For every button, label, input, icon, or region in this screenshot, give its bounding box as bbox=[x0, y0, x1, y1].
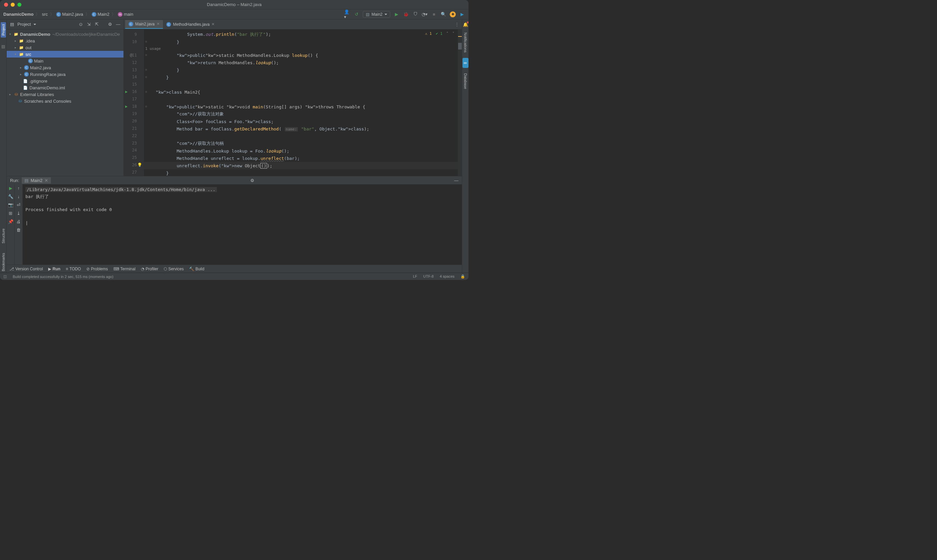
project-view-icon[interactable]: ▤ bbox=[9, 22, 15, 27]
next-highlight-icon[interactable]: ˅ bbox=[452, 31, 454, 36]
breadcrumb-src[interactable]: src bbox=[42, 12, 48, 17]
prev-highlight-icon[interactable]: ˄ bbox=[446, 31, 448, 36]
status-indent[interactable]: 4 spaces bbox=[440, 274, 454, 278]
minimize-window-button[interactable] bbox=[11, 3, 15, 7]
statusbar-toggle-icon[interactable]: ◫ bbox=[3, 274, 7, 278]
run-panel-settings-icon[interactable]: ⚙ bbox=[250, 178, 254, 183]
soft-wrap-icon[interactable]: ⏎ bbox=[17, 202, 20, 208]
navbar-actions: 👤▾ ↺ ▤Main2 ▶ 🐞 ⛉ ◔▾ ■ 🔍 ✦ ▶ bbox=[344, 11, 465, 18]
warning-icon[interactable]: ⚠ 1 bbox=[425, 31, 432, 36]
bookmarks-tool-tab[interactable]: Bookmarks bbox=[2, 252, 5, 272]
run-panel-header: Run: ▤Main2✕ ⚙ — bbox=[7, 176, 462, 184]
tree-item-main2[interactable]: ▸C Main2.java bbox=[7, 64, 123, 71]
expand-all-icon[interactable]: ⇲ bbox=[86, 22, 91, 27]
status-encoding[interactable]: UTF-8 bbox=[423, 274, 434, 278]
breadcrumb-class[interactable]: CMain2 bbox=[92, 12, 109, 17]
collapse-all-icon[interactable]: ⇱ bbox=[94, 22, 99, 27]
up-stack-icon[interactable]: ↑ bbox=[17, 186, 20, 191]
database-tool-tab[interactable]: Database bbox=[463, 72, 468, 90]
run-panel-body: ▶ 🔧 📷 ⊞ 📌 ↑ ↓ ⏎ ⤓ 🖨 🗑 /Library/Java/Java… bbox=[7, 184, 462, 265]
settings-icon[interactable]: ⚙ bbox=[108, 22, 113, 27]
tree-item-src[interactable]: ▾📁src bbox=[7, 51, 123, 57]
profiler-tab[interactable]: ◔Profiler bbox=[141, 267, 158, 271]
sync-icon[interactable]: ↺ bbox=[353, 11, 359, 17]
breadcrumb-method[interactable]: mmain bbox=[118, 12, 133, 17]
editor-gutter[interactable]: 910⊟11@⊟1213⊟14⊟1516▶⊟1718▶⊟192021222324… bbox=[124, 29, 144, 176]
tree-item-iml[interactable]: 📄DanamicDemo.iml bbox=[7, 84, 123, 91]
editor-scrollbar-map[interactable] bbox=[458, 29, 462, 176]
run-panel-config[interactable]: ▤Main2✕ bbox=[22, 177, 51, 184]
tree-item-runningrace[interactable]: ▸C RunningRace.java bbox=[7, 71, 123, 78]
tree-root-path: ~/Downloads/code/jike/DanamicDe bbox=[52, 32, 120, 37]
print-icon[interactable]: 🖨 bbox=[16, 219, 21, 224]
close-tab-icon[interactable]: ✕ bbox=[211, 22, 214, 26]
code-area[interactable]: ⚠ 1 ✔ 1 ˄ ˅ System.out.println("bar 执行了"… bbox=[144, 29, 458, 176]
scroll-end-icon[interactable]: ⤓ bbox=[17, 211, 20, 216]
tree-external-libs[interactable]: ▸⛁External Libraries bbox=[7, 91, 123, 98]
clear-icon[interactable]: 🗑 bbox=[16, 228, 21, 232]
run-tab[interactable]: ▶Run bbox=[48, 267, 60, 271]
todo-tab[interactable]: ≡TODO bbox=[66, 267, 81, 271]
coverage-button[interactable]: ⛉ bbox=[412, 11, 418, 17]
select-opened-file-icon[interactable]: ⊙ bbox=[78, 22, 83, 27]
ok-icon[interactable]: ✔ 1 bbox=[436, 31, 442, 36]
run-panel: Run: ▤Main2✕ ⚙ — ▶ 🔧 📷 ⊞ 📌 ↑ ↓ ⏎ ⤓ bbox=[7, 176, 462, 265]
editor-pane: CMain2.java✕ CMethodHandles.java✕ ⋮ 910⊟… bbox=[124, 19, 462, 176]
ide-update-icon[interactable]: ✦ bbox=[450, 11, 456, 17]
close-window-button[interactable] bbox=[4, 3, 8, 7]
status-lf[interactable]: LF bbox=[413, 274, 417, 278]
project-tool-tab[interactable]: Project bbox=[1, 22, 6, 37]
run-panel-label: Run: bbox=[10, 178, 19, 183]
tree-root[interactable]: ▾📁 DanamicDemo ~/Downloads/code/jike/Dan… bbox=[7, 31, 123, 37]
project-tree[interactable]: ▾📁 DanamicDemo ~/Downloads/code/jike/Dan… bbox=[7, 29, 123, 176]
run-toolbar-primary: ▶ 🔧 📷 ⊞ 📌 bbox=[7, 184, 15, 265]
services-tab[interactable]: ⬡Services bbox=[164, 267, 184, 271]
tree-item-out[interactable]: ▸📁out bbox=[7, 44, 123, 51]
jetbrains-services-icon[interactable]: ▶ bbox=[459, 11, 465, 17]
tree-item-gitignore[interactable]: 📄.gitignore bbox=[7, 78, 123, 84]
editor-overflow-icon[interactable]: ⋮ bbox=[455, 22, 459, 27]
maximize-window-button[interactable] bbox=[17, 3, 22, 7]
breadcrumb-project[interactable]: DanamicDemo bbox=[3, 12, 34, 17]
modify-run-config-icon[interactable]: 🔧 bbox=[8, 194, 13, 199]
editor-tab-methodhandles[interactable]: CMethodHandles.java✕ bbox=[163, 20, 218, 29]
inspection-summary[interactable]: ⚠ 1 ✔ 1 ˄ ˅ bbox=[425, 31, 454, 36]
rerun-icon[interactable]: ▶ bbox=[9, 186, 12, 191]
tree-item-idea[interactable]: ▸📁.idea bbox=[7, 37, 123, 44]
project-view-selector[interactable]: Project bbox=[17, 22, 75, 27]
structure-tool-tab[interactable]: Structure bbox=[2, 227, 5, 245]
add-user-icon[interactable]: 👤▾ bbox=[344, 11, 350, 17]
notifications-tool-tab[interactable]: Notifications bbox=[463, 31, 468, 54]
run-console[interactable]: /Library/Java/JavaVirtualMachines/jdk-1.… bbox=[23, 184, 462, 265]
search-icon[interactable]: 🔍 bbox=[440, 11, 446, 17]
window-title: DanamicDemo – Main2.java bbox=[0, 2, 469, 7]
toolwindow-collapse-icon[interactable]: ▤ bbox=[2, 44, 5, 49]
editor-tab-main2[interactable]: CMain2.java✕ bbox=[125, 20, 163, 29]
debug-button[interactable]: 🐞 bbox=[403, 11, 409, 17]
hide-panel-icon[interactable]: — bbox=[115, 22, 121, 27]
status-readonly-icon[interactable]: 🔒 bbox=[460, 274, 465, 278]
editor-tabs: CMain2.java✕ CMethodHandles.java✕ ⋮ bbox=[124, 19, 462, 29]
terminal-tab[interactable]: ⌨Terminal bbox=[114, 267, 135, 271]
layout-icon[interactable]: ⊞ bbox=[9, 211, 12, 216]
problems-tab[interactable]: ⊘Problems bbox=[86, 267, 108, 271]
stop-button[interactable]: ■ bbox=[431, 11, 437, 17]
run-config-selector[interactable]: ▤Main2 bbox=[363, 11, 390, 18]
close-tab-icon[interactable]: ✕ bbox=[157, 22, 160, 26]
vcs-tab[interactable]: ⎇Version Control bbox=[9, 267, 43, 271]
tree-scratches[interactable]: ⛁Scratches and Consoles bbox=[7, 98, 123, 105]
notifications-bell-icon[interactable]: 🔔 bbox=[463, 22, 468, 27]
titlebar: DanamicDemo – Main2.java bbox=[0, 0, 469, 9]
down-stack-icon[interactable]: ↓ bbox=[17, 194, 20, 199]
breadcrumb-file[interactable]: CMain2.java bbox=[56, 12, 83, 17]
left-tool-stripe: Project ▤ Structure Bookmarks bbox=[0, 19, 7, 272]
camera-icon[interactable]: 📷 bbox=[8, 202, 13, 208]
run-button[interactable]: ▶ bbox=[394, 11, 400, 17]
run-panel-hide-icon[interactable]: — bbox=[454, 178, 458, 183]
build-tab[interactable]: 🔨Build bbox=[189, 267, 205, 271]
center-column: ▤ Project ⊙ ⇲ ⇱ ⚙ — ▾📁 DanamicDemo ~/Dow… bbox=[7, 19, 462, 272]
pin-icon[interactable]: 📌 bbox=[8, 219, 13, 224]
database-service-icon[interactable]: ∞ bbox=[463, 58, 469, 68]
tree-item-main[interactable]: C Main bbox=[7, 57, 123, 64]
profile-button[interactable]: ◔▾ bbox=[422, 11, 428, 17]
